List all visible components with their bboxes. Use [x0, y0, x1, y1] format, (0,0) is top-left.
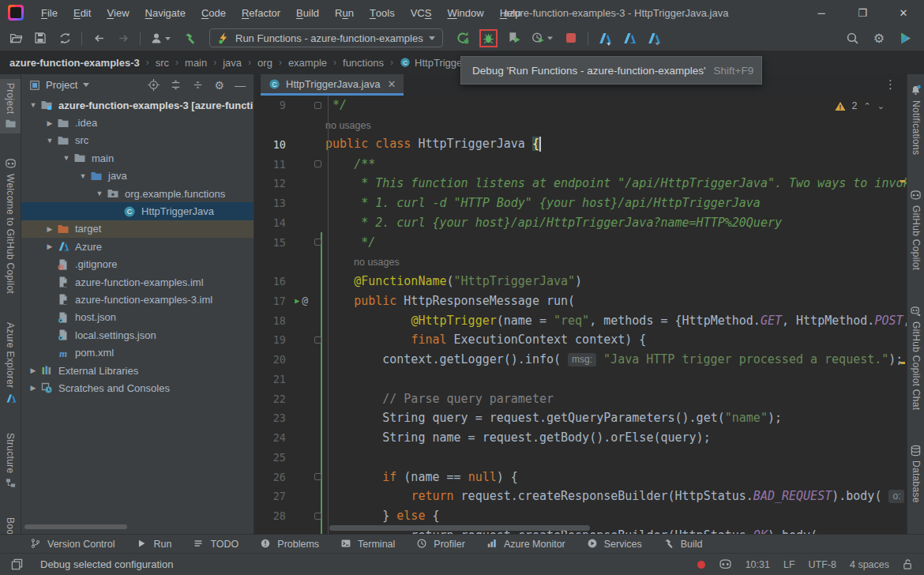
tool-window-button-run[interactable]: Run	[136, 538, 171, 550]
debug-button-highlighted[interactable]	[479, 29, 498, 47]
gutter[interactable]: 26	[254, 471, 310, 483]
tree-expand-arrow[interactable]: ▶	[43, 119, 57, 127]
menu-navigate[interactable]: Navigate	[137, 0, 193, 25]
gutter[interactable]: 18	[254, 314, 310, 327]
gutter[interactable]: 15	[254, 236, 310, 249]
tree-item--idea[interactable]: ▶.idea	[21, 114, 254, 131]
build-hammer-icon[interactable]	[182, 30, 197, 46]
code-line[interactable]: 13 * 1. curl -d "HTTP Body" {your host}/…	[254, 194, 907, 213]
tool-window-button-todo[interactable]: TODO	[193, 538, 239, 550]
gradient-play-icon[interactable]	[897, 30, 913, 46]
run-with-coverage-icon[interactable]	[506, 30, 522, 46]
tree-expand-arrow[interactable]: ▶	[26, 366, 40, 374]
expand-all-icon[interactable]	[170, 79, 182, 91]
tree-expand-arrow[interactable]: ▼	[26, 101, 40, 109]
forward-icon[interactable]	[115, 30, 131, 46]
tool-window-button-problems[interactable]: Problems	[260, 538, 319, 550]
stripe-button-notifications[interactable]: Notifications	[907, 81, 924, 159]
warning-stripe-mark[interactable]	[900, 362, 905, 364]
chevron-down-icon[interactable]	[83, 83, 89, 87]
caret-position[interactable]: 10:31	[746, 559, 770, 570]
fold-marker-icon[interactable]	[314, 513, 321, 520]
user-profile-icon[interactable]	[149, 30, 173, 46]
gutter[interactable]: 27	[254, 490, 310, 502]
open-folder-icon[interactable]	[8, 30, 24, 46]
next-problem-icon[interactable]: ⌄	[877, 101, 885, 111]
gutter[interactable]: 9	[254, 99, 310, 111]
breadcrumb-item[interactable]: src	[156, 57, 169, 69]
menu-tools[interactable]: Tools	[362, 0, 403, 25]
code-line[interactable]: 9 */	[254, 96, 907, 115]
gutter[interactable]: 20	[254, 353, 310, 366]
menu-view[interactable]: View	[99, 0, 137, 25]
lock-icon[interactable]	[903, 558, 913, 570]
locate-file-icon[interactable]	[148, 79, 160, 91]
indent-setting[interactable]: 4 spaces	[850, 559, 889, 570]
tree-item-pom-xml[interactable]: mpom.xml	[21, 344, 254, 361]
tree-expand-arrow[interactable]: ▼	[43, 137, 57, 145]
close-button[interactable]: ✕	[883, 0, 924, 25]
breadcrumb-item[interactable]: azure-function-examples-3	[9, 57, 140, 69]
menu-edit[interactable]: Edit	[66, 0, 99, 25]
project-horizontal-scrollbar[interactable]	[24, 524, 127, 529]
tree-item-azure[interactable]: ▶Azure	[21, 238, 254, 255]
tree-item-scratches-and-consoles[interactable]: ▶Scratches and Consoles	[21, 379, 254, 396]
fold-marker-icon[interactable]	[314, 102, 321, 109]
code-line[interactable]: 22 // Parse query parameter	[254, 389, 907, 408]
gutter[interactable]: 16	[254, 275, 310, 288]
stripe-button-welcome-to-github-copilot[interactable]: Welcome to GitHub Copilot	[0, 154, 21, 298]
gutter[interactable]: 13	[254, 197, 310, 209]
breadcrumb-item[interactable]: example	[288, 57, 327, 69]
search-icon[interactable]	[845, 30, 861, 46]
gutter[interactable]: 23	[254, 412, 310, 424]
code-line[interactable]: 24 String name = request.getBody().orEls…	[254, 428, 907, 448]
code-line[interactable]: 23 String query = request.getQueryParame…	[254, 408, 907, 428]
tree-item--gitignore[interactable]: .gitignore	[21, 256, 254, 273]
status-message[interactable]: Debug selected configuration	[40, 558, 173, 570]
collapse-all-icon[interactable]	[192, 79, 204, 91]
tool-window-button-version-control[interactable]: Version Control	[30, 538, 115, 550]
gutter[interactable]: 22	[254, 393, 310, 405]
tree-item-org-example-functions[interactable]: ▼org.example.functions	[21, 185, 254, 202]
run-button[interactable]	[455, 30, 471, 46]
code-line[interactable]: 11 /**	[254, 154, 907, 174]
menu-build[interactable]: Build	[288, 0, 327, 25]
tool-window-layout-icon[interactable]	[11, 558, 23, 570]
fold-marker-icon[interactable]	[314, 473, 321, 480]
code-line[interactable]: 10public class HttpTriggerJava {	[254, 135, 907, 155]
azure-deploy-icon[interactable]	[646, 30, 662, 46]
fold-marker-icon[interactable]	[314, 160, 321, 167]
gutter[interactable]: 11	[254, 158, 310, 171]
code-line[interactable]: 18 @HttpTrigger(name = "req", methods = …	[254, 310, 907, 330]
tree-item-httptriggerjava[interactable]: CHttpTriggerJava	[21, 202, 254, 220]
gutter[interactable]: 19	[254, 333, 310, 346]
run-configuration-select[interactable]: Run Functions - azure-function-examples	[209, 28, 443, 47]
tree-item-host-json[interactable]: host.json	[21, 309, 254, 326]
tool-window-button-terminal[interactable]: Terminal	[340, 538, 395, 550]
code-line[interactable]: 15 */	[254, 232, 907, 252]
tool-window-button-services[interactable]: Services	[587, 538, 642, 550]
panel-settings-gear-icon[interactable]: ⚙	[214, 79, 224, 92]
inspections-widget[interactable]: 2 ⌃ ⌄	[835, 100, 885, 111]
sync-icon[interactable]	[57, 30, 73, 46]
tree-expand-arrow[interactable]: ▼	[76, 172, 90, 180]
gutter[interactable]: 24	[254, 431, 310, 444]
editor-horizontal-scrollbar[interactable]	[329, 525, 590, 531]
gutter[interactable]: 21	[254, 373, 310, 385]
back-icon[interactable]	[91, 30, 107, 46]
gutter[interactable]: 17▶@	[254, 295, 310, 307]
maximize-button[interactable]: ❐	[842, 0, 883, 25]
stripe-button-database[interactable]: Database	[907, 441, 924, 507]
tool-window-button-profiler[interactable]: Profiler	[416, 538, 465, 550]
save-icon[interactable]	[32, 30, 48, 46]
menu-refactor[interactable]: Refactor	[234, 0, 288, 25]
breadcrumb-item[interactable]: main	[185, 57, 207, 69]
gutter[interactable]: 28	[254, 509, 310, 522]
tree-expand-arrow[interactable]: ▶	[26, 384, 40, 392]
warning-stripe-mark[interactable]	[900, 180, 905, 182]
fold-marker-icon[interactable]	[314, 336, 321, 344]
tree-item-azure-function-examples-3-azur[interactable]: ▼azure-function-examples-3 [azure-functi	[21, 96, 254, 114]
stripe-button-structure[interactable]: Structure	[0, 429, 21, 493]
tree-item-azure-function-examples-3-iml[interactable]: azure-function-examples-3.iml	[21, 291, 254, 308]
copilot-status-icon[interactable]	[719, 558, 732, 570]
